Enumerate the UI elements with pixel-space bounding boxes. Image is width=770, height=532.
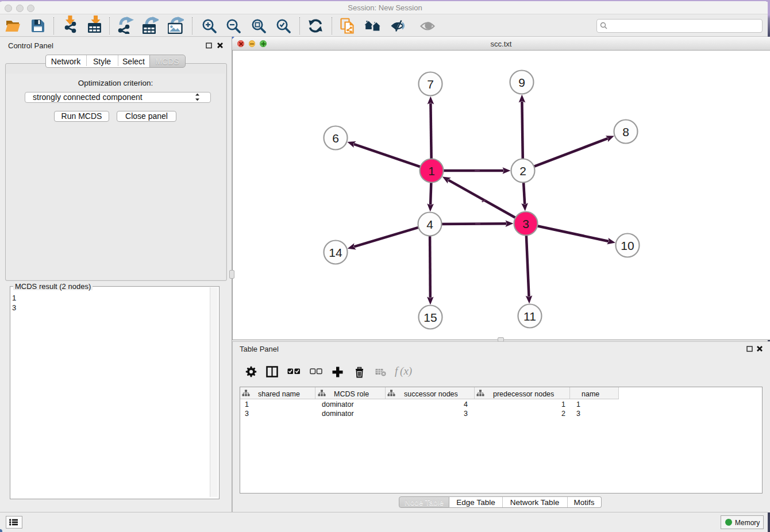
svg-text:1: 1 <box>428 164 435 178</box>
svg-text:9: 9 <box>518 76 525 89</box>
svg-text:8: 8 <box>622 125 629 138</box>
svg-text:10: 10 <box>621 239 634 252</box>
svg-text:14: 14 <box>329 246 342 259</box>
svg-text:6: 6 <box>332 132 339 145</box>
svg-text:7: 7 <box>427 78 434 91</box>
svg-text:2: 2 <box>519 164 526 178</box>
svg-text:4: 4 <box>426 218 433 231</box>
svg-text:3: 3 <box>522 217 529 230</box>
svg-text:15: 15 <box>424 311 437 324</box>
svg-text:11: 11 <box>523 310 536 323</box>
